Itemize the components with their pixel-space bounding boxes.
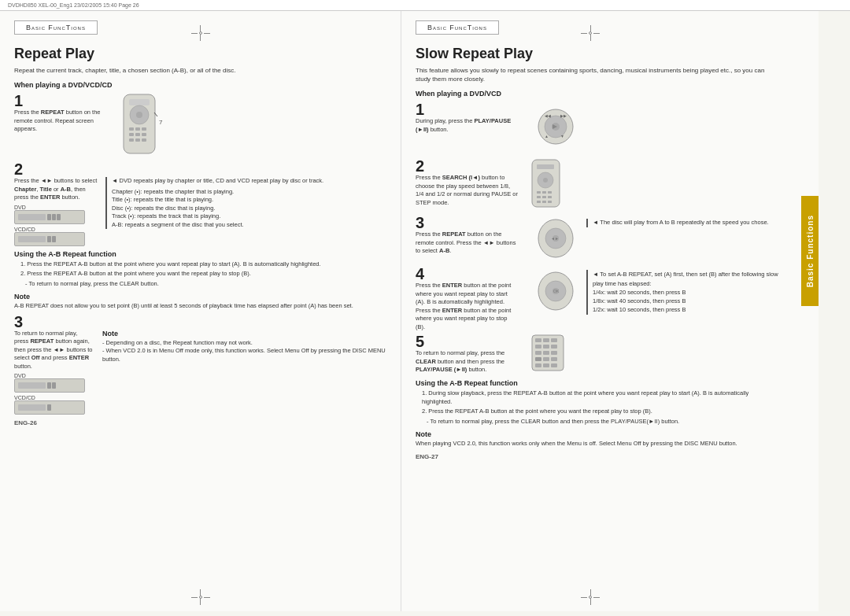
right-using-ab-2: 2. Press the REPEAT A-B button at the po… xyxy=(416,408,779,416)
left-note-heading: Note xyxy=(14,293,386,301)
left-step-1-text: Press the REPEAT button on the remote co… xyxy=(14,109,109,134)
svg-point-26 xyxy=(543,178,548,183)
left-step-3-text: To return to normal play, press REPEAT b… xyxy=(14,330,93,371)
page-header: DVDHD850 XEL-00_Eng1 23/02/2005 15:40 Pa… xyxy=(0,0,850,11)
right-step-5-remote xyxy=(530,334,582,374)
svg-rect-59 xyxy=(551,363,557,367)
left-when-dvd: When playing a DVD/VCD/CD xyxy=(14,81,386,89)
left-dvd-label-3: DVD xyxy=(14,373,93,378)
svg-rect-53 xyxy=(551,351,557,355)
left-panel: Basic FuncTions Repeat Play Repeat the c… xyxy=(0,11,401,611)
svg-rect-29 xyxy=(548,191,552,194)
left-dvd-label: DVD xyxy=(14,205,101,210)
left-step-1: 1 Press the REPEAT button on the remote … xyxy=(14,93,386,157)
right-step-3: 3 Press the REPEAT button on the remote … xyxy=(416,215,779,264)
right-step-4-remote: OK xyxy=(530,266,582,319)
svg-rect-45 xyxy=(535,338,541,342)
svg-text:▲: ▲ xyxy=(545,134,549,138)
svg-rect-35 xyxy=(548,201,552,203)
left-vcdcd-player xyxy=(14,232,85,246)
left-dvd-player xyxy=(14,210,85,224)
left-using-ab-2: 2. Press the REPEAT A-B button at the po… xyxy=(14,270,386,278)
right-step-4-bullet: ◄ To set A-B REPEAT, set (A) first, then… xyxy=(586,270,779,314)
svg-rect-31 xyxy=(542,196,546,198)
svg-rect-33 xyxy=(537,201,541,203)
right-step-1-text: During play, press the PLAY/PAUSE (►II) … xyxy=(416,117,518,134)
svg-rect-7 xyxy=(129,133,134,136)
svg-text:◀◀: ◀◀ xyxy=(545,113,551,118)
right-basic-functions-bar: Basic FuncTions xyxy=(416,20,499,35)
left-step-3-note: Note - Depending on a disc, the Repeat f… xyxy=(98,330,386,364)
header-left: DVDHD850 XEL-00_Eng1 23/02/2005 15:40 Pa… xyxy=(8,2,139,8)
right-panel: Basic FuncTions Slow Repeat Play This fe… xyxy=(401,11,819,611)
svg-rect-34 xyxy=(542,201,546,203)
right-step-4: 4 Press the ENTER button at the point wh… xyxy=(416,266,779,331)
svg-rect-54 xyxy=(535,357,541,361)
svg-rect-48 xyxy=(535,345,541,349)
svg-rect-52 xyxy=(543,351,549,355)
left-vcdcd-label: VCD/CD xyxy=(14,227,101,232)
svg-rect-24 xyxy=(537,164,554,169)
right-step-3-text: Press the REPEAT button on the remote co… xyxy=(416,231,518,256)
right-note: Note When playing VCD 2.0, this function… xyxy=(416,430,779,448)
svg-rect-46 xyxy=(543,338,549,342)
left-basic-functions-bar: Basic FuncTions xyxy=(14,20,98,35)
svg-rect-27 xyxy=(537,191,541,194)
left-section-title: Repeat Play xyxy=(14,46,386,62)
left-step-2-text: Press the ◄► buttons to select Chapter, … xyxy=(14,177,101,202)
remote-svg: 7 xyxy=(120,93,175,156)
right-note-heading: Note xyxy=(416,430,779,438)
right-using-ab-1: 1. During slow playback, press the REPEA… xyxy=(416,389,779,406)
left-using-ab-1: 1. Press the REPEAT A-B button at the po… xyxy=(14,260,386,269)
right-side-tab: Basic Functions xyxy=(801,196,819,306)
svg-rect-50 xyxy=(551,345,557,349)
left-step-1-remote: 7 xyxy=(120,93,175,157)
svg-rect-10 xyxy=(129,138,134,142)
right-step-3-bullet: ◄ The disc will play from A to B repeate… xyxy=(586,219,769,227)
left-step-2-bullet: ◄ DVD repeats play by chapter or title, … xyxy=(105,177,386,229)
right-using-ab-sub: - To return to normal play, press the CL… xyxy=(416,418,779,426)
svg-text:▼: ▼ xyxy=(560,134,564,138)
right-section-title: Slow Repeat Play xyxy=(416,46,779,62)
svg-text:▶▶: ▶▶ xyxy=(560,113,567,118)
svg-text:◄►: ◄► xyxy=(551,236,559,241)
right-note-text: When playing VCD 2.0, this function work… xyxy=(416,440,779,448)
right-step-4-text: Press the ENTER button at the point wher… xyxy=(416,282,518,331)
side-tab-label: Basic Functions xyxy=(806,215,815,287)
svg-rect-8 xyxy=(135,133,140,136)
svg-rect-30 xyxy=(537,196,541,198)
left-note: Note A-B REPEAT does not allow you to se… xyxy=(14,293,386,311)
left-using-ab-sub: - To return to normal play, press the CL… xyxy=(14,280,386,289)
svg-text:OK: OK xyxy=(553,289,560,293)
svg-point-3 xyxy=(136,112,142,118)
svg-rect-58 xyxy=(543,363,549,367)
svg-rect-5 xyxy=(135,127,140,131)
left-vcdcd-label-3: VCD/CD xyxy=(14,395,93,400)
right-step-2-text: Press the SEARCH (I◄) button to choose t… xyxy=(416,174,518,207)
left-note-text: A-B REPEAT does not allow you to set poi… xyxy=(14,302,386,311)
svg-text:7: 7 xyxy=(159,119,163,126)
right-step-1: 1 During play, press the PLAY/PAUSE (►II… xyxy=(416,101,779,154)
right-step-2-remote xyxy=(530,158,582,211)
right-step-2: 2 Press the SEARCH (I◄) button to choose… xyxy=(416,158,779,211)
svg-rect-56 xyxy=(551,357,557,361)
right-step-1-remote: ▶▶ ◀◀ ▼ ▲ xyxy=(530,101,582,154)
svg-rect-49 xyxy=(543,345,549,349)
right-step-5-text: To return to normal play, press the CLEA… xyxy=(416,349,518,374)
right-using-ab-heading: Using the A-B Repeat function xyxy=(416,379,779,387)
svg-rect-9 xyxy=(142,133,146,136)
right-intro: This feature allows you slowly to repeat… xyxy=(416,66,779,83)
left-step-2: 2 Press the ◄► buttons to select Chapter… xyxy=(14,161,386,246)
left-step-3: 3 To return to normal play, press REPEAT… xyxy=(14,314,386,415)
svg-rect-47 xyxy=(551,338,557,342)
svg-rect-11 xyxy=(135,138,140,142)
svg-rect-12 xyxy=(142,138,146,142)
left-footer: ENG-26 xyxy=(14,419,386,426)
svg-rect-28 xyxy=(542,191,546,194)
left-intro: Repeat the current track, chapter, title… xyxy=(14,66,386,75)
svg-rect-4 xyxy=(129,127,134,131)
right-bar-label: Basic FuncTions xyxy=(427,24,487,31)
svg-rect-55 xyxy=(543,357,549,361)
right-step-5: 5 To return to normal play, press the CL… xyxy=(416,334,779,374)
svg-rect-6 xyxy=(142,127,146,131)
